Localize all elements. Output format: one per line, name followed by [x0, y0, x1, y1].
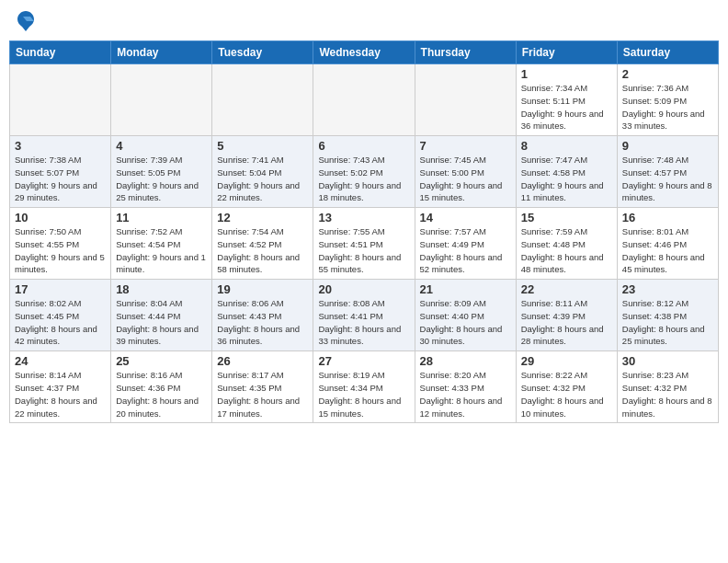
calendar-wrap: SundayMondayTuesdayWednesdayThursdayFrid… — [0, 40, 728, 423]
calendar-header-cell: Tuesday — [212, 41, 313, 64]
day-info: Sunrise: 8:04 AM Sunset: 4:44 PM Dayligh… — [116, 297, 207, 348]
day-number: 20 — [318, 282, 409, 296]
day-number: 10 — [15, 211, 106, 224]
day-number: 1 — [521, 67, 612, 81]
calendar-cell: 20Sunrise: 8:08 AM Sunset: 4:41 PM Dayli… — [313, 280, 415, 351]
day-number: 26 — [217, 354, 308, 368]
logo-icon — [14, 9, 38, 37]
day-number: 15 — [521, 211, 612, 224]
day-info: Sunrise: 8:12 AM Sunset: 4:38 PM Dayligh… — [622, 297, 713, 348]
day-info: Sunrise: 7:55 AM Sunset: 4:51 PM Dayligh… — [318, 225, 409, 276]
day-number: 2 — [622, 67, 713, 81]
day-info: Sunrise: 7:48 AM Sunset: 4:57 PM Dayligh… — [622, 154, 713, 204]
calendar-cell: 13Sunrise: 7:55 AM Sunset: 4:51 PM Dayli… — [313, 208, 415, 280]
calendar-cell: 24Sunrise: 8:14 AM Sunset: 4:37 PM Dayli… — [10, 351, 111, 423]
day-number: 21 — [420, 282, 511, 296]
calendar-cell: 27Sunrise: 8:19 AM Sunset: 4:34 PM Dayli… — [313, 351, 415, 423]
day-info: Sunrise: 7:52 AM Sunset: 4:54 PM Dayligh… — [116, 225, 207, 276]
calendar-header-cell: Thursday — [415, 41, 516, 64]
calendar-cell: 9Sunrise: 7:48 AM Sunset: 4:57 PM Daylig… — [617, 136, 718, 208]
day-info: Sunrise: 7:57 AM Sunset: 4:49 PM Dayligh… — [420, 225, 511, 276]
day-info: Sunrise: 8:23 AM Sunset: 4:32 PM Dayligh… — [622, 369, 713, 419]
calendar-cell: 18Sunrise: 8:04 AM Sunset: 4:44 PM Dayli… — [111, 280, 212, 351]
calendar-cell: 4Sunrise: 7:39 AM Sunset: 5:05 PM Daylig… — [111, 136, 212, 208]
calendar-cell: 26Sunrise: 8:17 AM Sunset: 4:35 PM Dayli… — [212, 351, 313, 423]
calendar-cell: 28Sunrise: 8:20 AM Sunset: 4:33 PM Dayli… — [415, 351, 516, 423]
day-number: 8 — [521, 139, 612, 153]
calendar-cell: 29Sunrise: 8:22 AM Sunset: 4:32 PM Dayli… — [516, 351, 617, 423]
day-info: Sunrise: 7:54 AM Sunset: 4:52 PM Dayligh… — [217, 225, 308, 276]
calendar-cell — [415, 64, 516, 136]
day-info: Sunrise: 8:22 AM Sunset: 4:32 PM Dayligh… — [521, 369, 612, 419]
calendar-cell — [212, 64, 313, 136]
day-number: 24 — [15, 354, 106, 368]
day-info: Sunrise: 8:01 AM Sunset: 4:46 PM Dayligh… — [622, 225, 713, 276]
day-info: Sunrise: 7:45 AM Sunset: 5:00 PM Dayligh… — [420, 154, 511, 204]
day-info: Sunrise: 7:43 AM Sunset: 5:02 PM Dayligh… — [318, 154, 409, 204]
calendar-cell: 14Sunrise: 7:57 AM Sunset: 4:49 PM Dayli… — [415, 208, 516, 280]
calendar-header-cell: Wednesday — [313, 41, 415, 64]
calendar-header-row: SundayMondayTuesdayWednesdayThursdayFrid… — [10, 41, 719, 64]
calendar-cell: 21Sunrise: 8:09 AM Sunset: 4:40 PM Dayli… — [415, 280, 516, 351]
calendar-cell: 17Sunrise: 8:02 AM Sunset: 4:45 PM Dayli… — [10, 280, 111, 351]
day-info: Sunrise: 8:17 AM Sunset: 4:35 PM Dayligh… — [217, 369, 308, 419]
day-number: 11 — [116, 211, 207, 224]
day-number: 9 — [622, 139, 713, 153]
calendar-week-row: 17Sunrise: 8:02 AM Sunset: 4:45 PM Dayli… — [10, 280, 719, 351]
day-number: 27 — [318, 354, 409, 368]
calendar-cell: 6Sunrise: 7:43 AM Sunset: 5:02 PM Daylig… — [313, 136, 415, 208]
day-info: Sunrise: 7:59 AM Sunset: 4:48 PM Dayligh… — [521, 225, 612, 276]
calendar-cell: 8Sunrise: 7:47 AM Sunset: 4:58 PM Daylig… — [516, 136, 617, 208]
calendar-cell — [313, 64, 415, 136]
calendar-cell: 22Sunrise: 8:11 AM Sunset: 4:39 PM Dayli… — [516, 280, 617, 351]
calendar-cell: 7Sunrise: 7:45 AM Sunset: 5:00 PM Daylig… — [415, 136, 516, 208]
calendar-cell — [111, 64, 212, 136]
day-info: Sunrise: 8:06 AM Sunset: 4:43 PM Dayligh… — [217, 297, 308, 348]
day-info: Sunrise: 7:36 AM Sunset: 5:09 PM Dayligh… — [622, 82, 713, 132]
day-number: 25 — [116, 354, 207, 368]
day-number: 18 — [116, 282, 207, 296]
day-info: Sunrise: 8:08 AM Sunset: 4:41 PM Dayligh… — [318, 297, 409, 348]
calendar-cell: 10Sunrise: 7:50 AM Sunset: 4:55 PM Dayli… — [10, 208, 111, 280]
calendar-cell: 25Sunrise: 8:16 AM Sunset: 4:36 PM Dayli… — [111, 351, 212, 423]
day-number: 7 — [420, 139, 511, 153]
calendar-cell: 5Sunrise: 7:41 AM Sunset: 5:04 PM Daylig… — [212, 136, 313, 208]
day-number: 13 — [318, 211, 409, 224]
day-number: 23 — [622, 282, 713, 296]
day-number: 22 — [521, 282, 612, 296]
day-info: Sunrise: 8:19 AM Sunset: 4:34 PM Dayligh… — [318, 369, 409, 419]
calendar-header-cell: Monday — [111, 41, 212, 64]
day-number: 12 — [217, 211, 308, 224]
day-info: Sunrise: 8:16 AM Sunset: 4:36 PM Dayligh… — [116, 369, 207, 419]
calendar-cell — [10, 64, 111, 136]
day-number: 14 — [420, 211, 511, 224]
calendar-cell: 15Sunrise: 7:59 AM Sunset: 4:48 PM Dayli… — [516, 208, 617, 280]
day-number: 4 — [116, 139, 207, 153]
calendar-header-cell: Friday — [516, 41, 617, 64]
calendar-cell: 3Sunrise: 7:38 AM Sunset: 5:07 PM Daylig… — [10, 136, 111, 208]
day-info: Sunrise: 8:11 AM Sunset: 4:39 PM Dayligh… — [521, 297, 612, 348]
calendar-week-row: 10Sunrise: 7:50 AM Sunset: 4:55 PM Dayli… — [10, 208, 719, 280]
day-number: 3 — [15, 139, 106, 153]
calendar-week-row: 3Sunrise: 7:38 AM Sunset: 5:07 PM Daylig… — [10, 136, 719, 208]
day-info: Sunrise: 7:38 AM Sunset: 5:07 PM Dayligh… — [15, 154, 106, 204]
calendar-week-row: 1Sunrise: 7:34 AM Sunset: 5:11 PM Daylig… — [10, 64, 719, 136]
day-info: Sunrise: 8:02 AM Sunset: 4:45 PM Dayligh… — [15, 297, 106, 348]
calendar-cell: 30Sunrise: 8:23 AM Sunset: 4:32 PM Dayli… — [617, 351, 718, 423]
calendar-table: SundayMondayTuesdayWednesdayThursdayFrid… — [9, 40, 719, 423]
day-number: 6 — [318, 139, 409, 153]
day-info: Sunrise: 8:09 AM Sunset: 4:40 PM Dayligh… — [420, 297, 511, 348]
calendar-cell: 11Sunrise: 7:52 AM Sunset: 4:54 PM Dayli… — [111, 208, 212, 280]
day-number: 30 — [622, 354, 713, 368]
calendar-week-row: 24Sunrise: 8:14 AM Sunset: 4:37 PM Dayli… — [10, 351, 719, 423]
calendar-cell: 1Sunrise: 7:34 AM Sunset: 5:11 PM Daylig… — [516, 64, 617, 136]
day-info: Sunrise: 8:20 AM Sunset: 4:33 PM Dayligh… — [420, 369, 511, 419]
day-number: 5 — [217, 139, 308, 153]
day-info: Sunrise: 7:41 AM Sunset: 5:04 PM Dayligh… — [217, 154, 308, 204]
calendar-cell: 12Sunrise: 7:54 AM Sunset: 4:52 PM Dayli… — [212, 208, 313, 280]
day-info: Sunrise: 8:14 AM Sunset: 4:37 PM Dayligh… — [15, 369, 106, 419]
calendar-cell: 2Sunrise: 7:36 AM Sunset: 5:09 PM Daylig… — [617, 64, 718, 136]
day-info: Sunrise: 7:39 AM Sunset: 5:05 PM Dayligh… — [116, 154, 207, 204]
calendar-header-cell: Sunday — [10, 41, 111, 64]
day-info: Sunrise: 7:47 AM Sunset: 4:58 PM Dayligh… — [521, 154, 612, 204]
